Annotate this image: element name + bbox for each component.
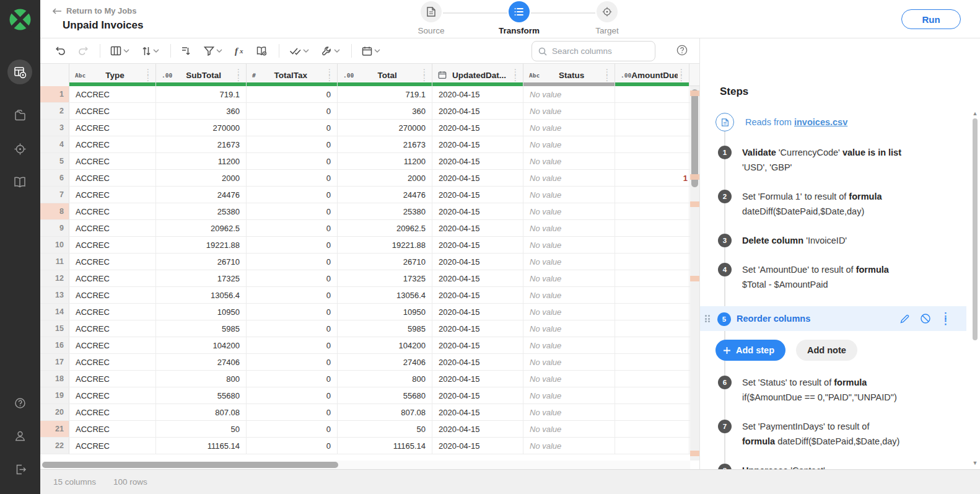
undo-button[interactable] [51, 43, 69, 59]
cell-status[interactable]: No value [523, 421, 615, 437]
cell-total[interactable]: 13056.4 [338, 287, 432, 303]
cell-type[interactable]: ACCREC [69, 103, 156, 119]
sidebar-item-targets[interactable] [7, 136, 32, 161]
column-header[interactable]: .00SubTotal⋮⋮ [156, 64, 247, 86]
cell-updateddate[interactable]: 2020-04-15 [432, 438, 523, 454]
cell-updateddate[interactable]: 2020-04-15 [432, 270, 523, 286]
table-row[interactable]: 22 ACCREC 11165.14 0 11165.14 2020-04-15… [40, 438, 699, 454]
add-note-button[interactable]: Add note [796, 340, 857, 361]
cell-updateddate[interactable]: 2020-04-15 [432, 337, 523, 353]
cell-status[interactable]: No value [523, 387, 615, 404]
cell-totaltax[interactable]: 0 [247, 170, 338, 186]
cell-status[interactable]: No value [523, 120, 615, 136]
cell-total[interactable]: 50 [338, 421, 432, 437]
cell-status[interactable]: No value [523, 287, 615, 303]
source-step-row[interactable]: Reads from invoices.csv [700, 113, 966, 131]
cell-amountdue[interactable] [615, 270, 689, 286]
row-number-cell[interactable]: 4 [40, 136, 69, 152]
cell-updateddate[interactable]: 2020-04-15 [432, 354, 523, 370]
column-header[interactable]: .00Total⋮⋮ [338, 64, 432, 86]
step-menu-icon[interactable]: ⋮⋮ [941, 314, 950, 324]
cell-status[interactable]: No value [523, 320, 615, 337]
cell-totaltax[interactable]: 0 [247, 354, 338, 370]
dates-menu-button[interactable] [358, 43, 384, 59]
validate-menu-button[interactable] [286, 45, 313, 58]
column-menu-icon[interactable]: ⋮⋮ [144, 69, 152, 81]
cell-total[interactable]: 270000 [338, 120, 432, 136]
cell-totaltax[interactable]: 0 [247, 237, 338, 253]
cell-type[interactable]: ACCREC [69, 304, 156, 320]
cell-updateddate[interactable]: 2020-04-15 [432, 120, 523, 136]
row-number-cell[interactable]: 1 [40, 86, 69, 102]
vertical-scrollbar-thumb[interactable] [691, 89, 698, 187]
row-number-cell[interactable]: 10 [40, 237, 69, 253]
cell-status[interactable]: No value [523, 254, 615, 270]
cell-type[interactable]: ACCREC [69, 270, 156, 286]
cell-totaltax[interactable]: 0 [247, 103, 338, 119]
cell-status[interactable]: No value [523, 270, 615, 286]
cell-total[interactable]: 19221.88 [338, 237, 432, 253]
disable-step-icon[interactable] [920, 313, 931, 324]
cell-type[interactable]: ACCREC [69, 337, 156, 353]
lookup-button[interactable] [252, 43, 271, 59]
cell-status[interactable]: No value [523, 371, 615, 387]
cell-updateddate[interactable]: 2020-04-15 [432, 170, 523, 186]
table-row[interactable]: 9 ACCREC 20962.5 0 20962.5 2020-04-15 No… [40, 220, 699, 237]
cell-amountdue[interactable] [615, 320, 689, 337]
cell-updateddate[interactable]: 2020-04-15 [432, 254, 523, 270]
cell-total[interactable]: 11200 [338, 153, 432, 169]
columns-menu-button[interactable] [107, 43, 133, 58]
cell-type[interactable]: ACCREC [69, 371, 156, 387]
run-button[interactable]: Run [901, 9, 961, 29]
cell-amountdue[interactable] [615, 421, 689, 437]
horizontal-scrollbar-thumb[interactable] [42, 462, 338, 468]
cell-status[interactable]: No value [523, 438, 615, 454]
table-row[interactable]: 10 ACCREC 19221.88 0 19221.88 2020-04-15… [40, 237, 699, 254]
cell-subtotal[interactable]: 55680 [156, 387, 247, 404]
row-number-cell[interactable]: 14 [40, 304, 69, 320]
stepper-transform[interactable]: Transform [475, 1, 563, 35]
edit-step-icon[interactable] [899, 314, 910, 324]
cell-amountdue[interactable] [615, 387, 689, 404]
cell-subtotal[interactable]: 13056.4 [156, 287, 247, 303]
logout-icon[interactable] [7, 457, 32, 482]
cell-total[interactable]: 20962.5 [338, 220, 432, 236]
row-number-cell[interactable]: 12 [40, 270, 69, 286]
cell-total[interactable]: 55680 [338, 387, 432, 404]
column-menu-icon[interactable]: ⋮⋮ [421, 69, 428, 81]
cell-subtotal[interactable]: 270000 [156, 120, 247, 136]
table-row[interactable]: 21 ACCREC 50 0 50 2020-04-15 No value [40, 421, 699, 438]
row-number-cell[interactable]: 16 [40, 337, 69, 353]
cell-subtotal[interactable]: 807.08 [156, 404, 247, 420]
cell-amountdue[interactable] [615, 354, 689, 370]
row-number-cell[interactable]: 17 [40, 354, 69, 370]
step-item[interactable]: 3Delete column 'InvoiceID' [700, 233, 966, 248]
cell-updateddate[interactable]: 2020-04-15 [432, 320, 523, 337]
cell-amountdue[interactable] [615, 287, 689, 303]
cell-status[interactable]: No value [523, 86, 615, 102]
cell-amountdue[interactable] [615, 254, 689, 270]
row-number-cell[interactable]: 21 [40, 421, 69, 437]
step-item[interactable]: 8Uppercase 'Contact' [700, 463, 966, 469]
stepper-source[interactable]: Source [387, 1, 475, 35]
cell-subtotal[interactable]: 5985 [156, 320, 247, 337]
row-number-cell[interactable]: 22 [40, 438, 69, 454]
cell-subtotal[interactable]: 104200 [156, 337, 247, 353]
table-row[interactable]: 5 ACCREC 11200 0 11200 2020-04-15 No val… [40, 153, 699, 170]
grid-horizontal-scrollbar[interactable] [40, 461, 690, 469]
row-number-cell[interactable]: 6 [40, 170, 69, 186]
brand-logo-icon[interactable] [6, 6, 34, 33]
steps-scrollbar[interactable]: ▲ ▼ [971, 110, 979, 467]
cell-totaltax[interactable]: 0 [247, 421, 338, 437]
add-step-button[interactable]: Add step [715, 340, 785, 361]
row-number-cell[interactable]: 8 [40, 203, 69, 219]
cell-totaltax[interactable]: 0 [247, 371, 338, 387]
cell-updateddate[interactable]: 2020-04-15 [432, 404, 523, 420]
cell-total[interactable]: 27406 [338, 354, 432, 370]
formula-button[interactable]: fx [231, 43, 247, 59]
cell-status[interactable]: No value [523, 203, 615, 219]
help-icon[interactable] [7, 390, 32, 415]
cell-amountdue[interactable] [615, 404, 689, 420]
cell-total[interactable]: 26710 [338, 254, 432, 270]
scroll-down-arrow[interactable]: ▼ [971, 459, 979, 467]
